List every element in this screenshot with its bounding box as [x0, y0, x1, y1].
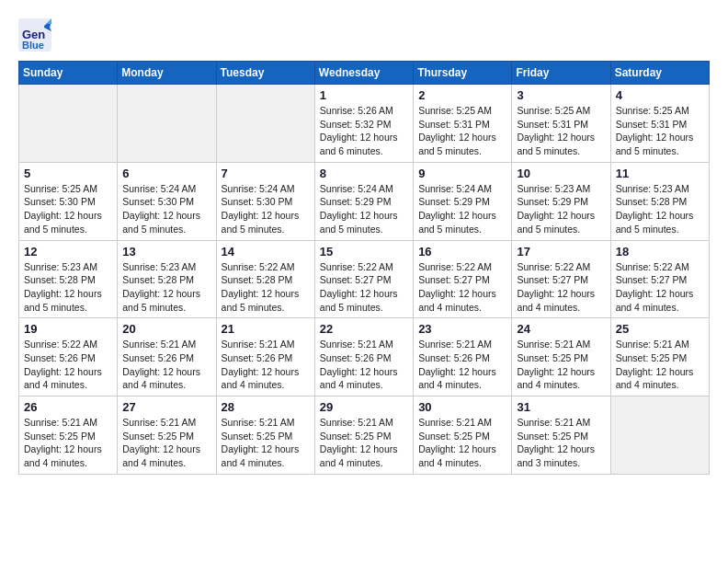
- calendar-cell: 8Sunrise: 5:24 AM Sunset: 5:29 PM Daylig…: [314, 162, 413, 240]
- week-row-4: 19Sunrise: 5:22 AM Sunset: 5:26 PM Dayli…: [19, 318, 710, 396]
- day-info: Sunrise: 5:26 AM Sunset: 5:32 PM Dayligh…: [320, 104, 408, 158]
- page-header: Gen Blue: [18, 18, 710, 52]
- day-info: Sunrise: 5:21 AM Sunset: 5:25 PM Dayligh…: [418, 416, 506, 470]
- calendar-cell: 26Sunrise: 5:21 AM Sunset: 5:25 PM Dayli…: [19, 396, 118, 475]
- svg-text:Blue: Blue: [22, 40, 44, 51]
- calendar-cell: 18Sunrise: 5:22 AM Sunset: 5:27 PM Dayli…: [610, 240, 709, 318]
- calendar-table: SundayMondayTuesdayWednesdayThursdayFrid…: [18, 61, 710, 475]
- day-info: Sunrise: 5:25 AM Sunset: 5:31 PM Dayligh…: [517, 104, 605, 158]
- calendar-cell: 31Sunrise: 5:21 AM Sunset: 5:25 PM Dayli…: [512, 396, 610, 475]
- day-number: 29: [320, 400, 408, 414]
- day-number: 6: [122, 167, 210, 180]
- day-info: Sunrise: 5:22 AM Sunset: 5:27 PM Dayligh…: [320, 260, 408, 315]
- calendar-cell: 10Sunrise: 5:23 AM Sunset: 5:29 PM Dayli…: [512, 162, 610, 240]
- calendar-cell: 13Sunrise: 5:23 AM Sunset: 5:28 PM Dayli…: [118, 240, 216, 318]
- day-info: Sunrise: 5:23 AM Sunset: 5:28 PM Dayligh…: [616, 182, 704, 236]
- day-number: 4: [616, 88, 704, 102]
- calendar-cell: 21Sunrise: 5:21 AM Sunset: 5:26 PM Dayli…: [216, 318, 314, 396]
- day-info: Sunrise: 5:21 AM Sunset: 5:25 PM Dayligh…: [222, 416, 310, 470]
- calendar-cell: 17Sunrise: 5:22 AM Sunset: 5:27 PM Dayli…: [512, 240, 610, 318]
- calendar-cell: [19, 85, 118, 163]
- day-info: Sunrise: 5:24 AM Sunset: 5:29 PM Dayligh…: [418, 182, 506, 236]
- day-info: Sunrise: 5:21 AM Sunset: 5:26 PM Dayligh…: [222, 338, 310, 392]
- calendar-cell: 3Sunrise: 5:25 AM Sunset: 5:31 PM Daylig…: [512, 85, 610, 163]
- calendar-cell: 2Sunrise: 5:25 AM Sunset: 5:31 PM Daylig…: [414, 85, 512, 163]
- calendar-cell: [216, 85, 314, 163]
- day-number: 3: [517, 88, 605, 102]
- day-info: Sunrise: 5:21 AM Sunset: 5:25 PM Dayligh…: [517, 338, 605, 392]
- day-number: 26: [24, 400, 112, 414]
- week-row-3: 12Sunrise: 5:23 AM Sunset: 5:28 PM Dayli…: [19, 240, 710, 318]
- calendar-cell: [118, 85, 216, 163]
- calendar-cell: 7Sunrise: 5:24 AM Sunset: 5:30 PM Daylig…: [216, 162, 314, 240]
- calendar-cell: 11Sunrise: 5:23 AM Sunset: 5:28 PM Dayli…: [610, 162, 709, 240]
- day-info: Sunrise: 5:22 AM Sunset: 5:28 PM Dayligh…: [222, 260, 310, 315]
- calendar-cell: 20Sunrise: 5:21 AM Sunset: 5:26 PM Dayli…: [118, 318, 216, 396]
- day-number: 20: [122, 322, 210, 336]
- calendar-cell: 15Sunrise: 5:22 AM Sunset: 5:27 PM Dayli…: [314, 240, 413, 318]
- day-info: Sunrise: 5:23 AM Sunset: 5:28 PM Dayligh…: [122, 260, 210, 315]
- day-number: 12: [24, 245, 112, 259]
- calendar-cell: 29Sunrise: 5:21 AM Sunset: 5:25 PM Dayli…: [314, 396, 413, 475]
- weekday-friday: Friday: [512, 62, 610, 85]
- day-number: 5: [24, 167, 112, 180]
- day-number: 25: [616, 322, 704, 336]
- calendar-cell: 6Sunrise: 5:24 AM Sunset: 5:30 PM Daylig…: [118, 162, 216, 240]
- calendar-cell: 4Sunrise: 5:25 AM Sunset: 5:31 PM Daylig…: [610, 85, 709, 163]
- day-info: Sunrise: 5:21 AM Sunset: 5:25 PM Dayligh…: [616, 338, 704, 392]
- day-number: 2: [418, 88, 506, 102]
- day-info: Sunrise: 5:21 AM Sunset: 5:25 PM Dayligh…: [122, 416, 210, 470]
- weekday-sunday: Sunday: [19, 62, 118, 85]
- day-info: Sunrise: 5:23 AM Sunset: 5:28 PM Dayligh…: [24, 260, 112, 315]
- day-info: Sunrise: 5:21 AM Sunset: 5:25 PM Dayligh…: [517, 416, 605, 470]
- day-number: 14: [222, 245, 310, 259]
- day-number: 15: [320, 245, 408, 259]
- day-number: 23: [418, 322, 506, 336]
- week-row-5: 26Sunrise: 5:21 AM Sunset: 5:25 PM Dayli…: [19, 396, 710, 475]
- day-info: Sunrise: 5:25 AM Sunset: 5:31 PM Dayligh…: [418, 104, 506, 158]
- day-number: 8: [320, 167, 408, 180]
- day-number: 31: [517, 400, 605, 414]
- day-number: 24: [517, 322, 605, 336]
- weekday-monday: Monday: [118, 62, 216, 85]
- day-number: 21: [222, 322, 310, 336]
- calendar-cell: [610, 396, 709, 475]
- calendar-cell: 22Sunrise: 5:21 AM Sunset: 5:26 PM Dayli…: [314, 318, 413, 396]
- day-number: 9: [418, 167, 506, 180]
- day-info: Sunrise: 5:22 AM Sunset: 5:27 PM Dayligh…: [517, 260, 605, 315]
- day-number: 30: [418, 400, 506, 414]
- logo: Gen Blue: [18, 18, 51, 52]
- calendar-cell: 25Sunrise: 5:21 AM Sunset: 5:25 PM Dayli…: [610, 318, 709, 396]
- calendar-cell: 23Sunrise: 5:21 AM Sunset: 5:26 PM Dayli…: [414, 318, 512, 396]
- calendar-cell: 19Sunrise: 5:22 AM Sunset: 5:26 PM Dayli…: [19, 318, 118, 396]
- calendar-cell: 24Sunrise: 5:21 AM Sunset: 5:25 PM Dayli…: [512, 318, 610, 396]
- day-info: Sunrise: 5:21 AM Sunset: 5:26 PM Dayligh…: [122, 338, 210, 392]
- day-info: Sunrise: 5:22 AM Sunset: 5:27 PM Dayligh…: [616, 260, 704, 315]
- day-number: 10: [517, 167, 605, 180]
- day-number: 28: [222, 400, 310, 414]
- day-number: 17: [517, 245, 605, 259]
- weekday-header-row: SundayMondayTuesdayWednesdayThursdayFrid…: [19, 62, 710, 85]
- day-number: 16: [418, 245, 506, 259]
- day-number: 7: [222, 167, 310, 180]
- calendar-cell: 30Sunrise: 5:21 AM Sunset: 5:25 PM Dayli…: [414, 396, 512, 475]
- calendar-cell: 14Sunrise: 5:22 AM Sunset: 5:28 PM Dayli…: [216, 240, 314, 318]
- day-number: 1: [320, 88, 408, 102]
- day-number: 19: [24, 322, 112, 336]
- week-row-1: 1Sunrise: 5:26 AM Sunset: 5:32 PM Daylig…: [19, 85, 710, 163]
- day-info: Sunrise: 5:21 AM Sunset: 5:26 PM Dayligh…: [418, 338, 506, 392]
- weekday-saturday: Saturday: [610, 62, 709, 85]
- day-info: Sunrise: 5:24 AM Sunset: 5:29 PM Dayligh…: [320, 182, 408, 236]
- day-info: Sunrise: 5:21 AM Sunset: 5:25 PM Dayligh…: [320, 416, 408, 470]
- day-number: 13: [122, 245, 210, 259]
- calendar-cell: 28Sunrise: 5:21 AM Sunset: 5:25 PM Dayli…: [216, 396, 314, 475]
- day-number: 22: [320, 322, 408, 336]
- calendar-cell: 12Sunrise: 5:23 AM Sunset: 5:28 PM Dayli…: [19, 240, 118, 318]
- day-info: Sunrise: 5:25 AM Sunset: 5:30 PM Dayligh…: [24, 182, 112, 236]
- day-number: 18: [616, 245, 704, 259]
- day-info: Sunrise: 5:22 AM Sunset: 5:26 PM Dayligh…: [24, 338, 112, 392]
- calendar-cell: 1Sunrise: 5:26 AM Sunset: 5:32 PM Daylig…: [314, 85, 413, 163]
- day-info: Sunrise: 5:24 AM Sunset: 5:30 PM Dayligh…: [122, 182, 210, 236]
- calendar-cell: 16Sunrise: 5:22 AM Sunset: 5:27 PM Dayli…: [414, 240, 512, 318]
- day-number: 27: [122, 400, 210, 414]
